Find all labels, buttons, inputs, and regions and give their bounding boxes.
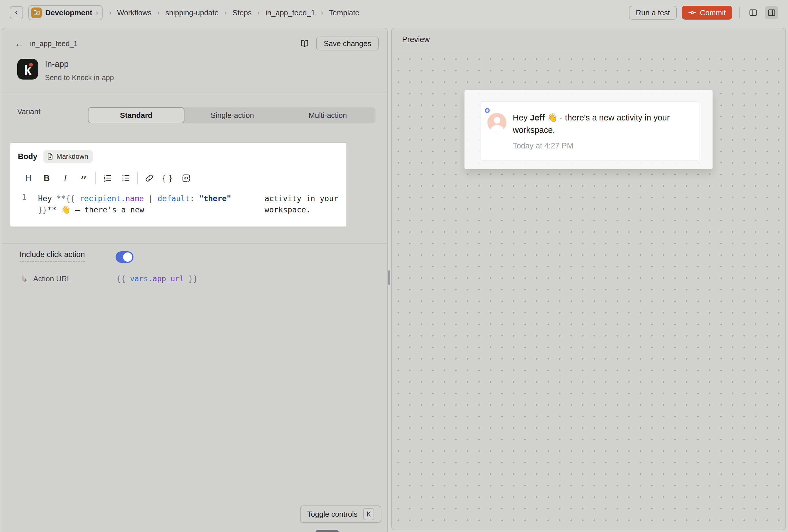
notification-timestamp: Today at 4:27 PM bbox=[513, 141, 573, 151]
message-text: Hey bbox=[513, 113, 530, 122]
line-number: 1 bbox=[11, 193, 38, 215]
preview-header: Preview bbox=[392, 28, 785, 51]
bold-icon[interactable]: B bbox=[38, 174, 56, 183]
variant-option-multi-action[interactable]: Multi-action bbox=[280, 107, 376, 123]
panel-resize-handle[interactable] bbox=[388, 270, 390, 285]
action-url-label: Action URL bbox=[33, 274, 71, 283]
section-divider bbox=[2, 243, 387, 244]
docs-button[interactable] bbox=[298, 37, 312, 51]
breadcrumb-item-in_app_feed_1[interactable]: in_app_feed_1 bbox=[265, 8, 315, 17]
top-bar: ‹ Development › ›Workflows›shipping-upda… bbox=[0, 0, 788, 25]
environment-folder-lock-icon bbox=[31, 7, 42, 18]
save-changes-button[interactable]: Save changes bbox=[316, 37, 379, 51]
code-token: : bbox=[190, 194, 199, 203]
toolbar-divider bbox=[95, 172, 96, 184]
preview-canvas: Hey Jeff 👋 - there's a new activity in y… bbox=[392, 52, 785, 530]
run-a-test-label: Run a test bbox=[636, 8, 670, 17]
editor-header: ← in_app_feed_1 Save changes bbox=[2, 28, 387, 59]
step-name: in_app_feed_1 bbox=[30, 39, 78, 48]
code-token: Hey bbox=[38, 194, 57, 203]
environment-chevron-icon: › bbox=[96, 8, 98, 17]
include-click-action-label: Include click action bbox=[20, 250, 85, 262]
variant-option-standard[interactable]: Standard bbox=[88, 107, 184, 123]
breadcrumb-item-Workflows[interactable]: Workflows bbox=[117, 8, 151, 17]
variant-label: Variant bbox=[17, 107, 40, 116]
channel-header: k In-app Send to Knock in-app bbox=[2, 59, 387, 82]
avatar bbox=[487, 113, 507, 132]
code-token: | bbox=[144, 194, 158, 203]
code-token: 👋 – there's a new bbox=[57, 205, 144, 214]
code-token: "there" bbox=[199, 194, 231, 203]
toggle-knob bbox=[123, 253, 132, 262]
action-url-value[interactable]: {{ vars.app_url }} bbox=[116, 274, 198, 283]
panel-right-icon bbox=[767, 8, 776, 17]
back-chevron-icon: ‹ bbox=[15, 7, 18, 17]
code-token: app_url bbox=[153, 274, 184, 283]
code-token: {{ bbox=[116, 274, 130, 283]
click-action-row: Include click action bbox=[20, 250, 85, 262]
breadcrumb-separator: › bbox=[224, 8, 227, 17]
panel-left-icon bbox=[749, 8, 757, 17]
bullet-list-icon[interactable] bbox=[116, 174, 135, 182]
back-button[interactable]: ‹ bbox=[10, 6, 23, 19]
variant-row: Variant StandardSingle-actionMulti-actio… bbox=[2, 107, 387, 116]
italic-icon[interactable]: I bbox=[56, 174, 74, 183]
include-click-action-toggle[interactable] bbox=[116, 251, 134, 263]
breadcrumb-separator: › bbox=[257, 8, 260, 17]
breadcrumb: ›Workflows›shipping-update›Steps›in_app_… bbox=[109, 8, 359, 17]
code-token: **{{ bbox=[57, 194, 80, 203]
toolbar-divider bbox=[137, 172, 138, 184]
code-token: vars. bbox=[130, 274, 153, 283]
code-token: }} bbox=[184, 274, 198, 283]
variant-option-single-action[interactable]: Single-action bbox=[184, 107, 280, 123]
breadcrumb-item-Template[interactable]: Template bbox=[329, 8, 359, 17]
notification-card[interactable]: Hey Jeff 👋 - there's a new activity in y… bbox=[481, 101, 699, 160]
variant-segmented-control: StandardSingle-actionMulti-action bbox=[88, 107, 376, 123]
code-token: ** bbox=[47, 205, 57, 214]
bottom-toast-peek bbox=[315, 530, 339, 532]
topbar-actions: Run a test Commit bbox=[629, 6, 778, 20]
knock-logo-dot bbox=[29, 63, 33, 66]
body-code-editor[interactable]: 1Hey **{{ recipient.name | default: "the… bbox=[11, 185, 347, 215]
link-icon[interactable] bbox=[140, 174, 159, 182]
body-label: Body bbox=[18, 152, 38, 161]
open-book-icon bbox=[300, 39, 309, 48]
editor-back-arrow-icon[interactable]: ← bbox=[15, 38, 26, 49]
code-line: activity in your workspace. bbox=[237, 193, 341, 215]
keyboard-shortcut-badge: K bbox=[363, 508, 374, 520]
toggle-left-panel-button[interactable] bbox=[747, 6, 760, 19]
ordered-list-icon[interactable] bbox=[98, 174, 116, 182]
topbar-divider bbox=[739, 7, 740, 18]
breadcrumb-item-Steps[interactable]: Steps bbox=[233, 8, 252, 17]
toggle-right-panel-button[interactable] bbox=[765, 6, 778, 19]
variable-braces-icon[interactable]: { } bbox=[159, 174, 177, 183]
save-changes-label: Save changes bbox=[324, 39, 371, 48]
recipient-name: Jeff bbox=[530, 113, 545, 122]
toggle-controls-button[interactable]: Toggle controls K bbox=[300, 506, 381, 523]
toggle-controls-label: Toggle controls bbox=[307, 510, 358, 519]
action-url-row: ↳ Action URL {{ vars.app_url }} bbox=[21, 274, 71, 284]
format-badge[interactable]: Markdown bbox=[43, 150, 93, 163]
heading-icon[interactable]: H bbox=[19, 173, 38, 183]
section-divider bbox=[2, 93, 387, 93]
breadcrumb-separator: › bbox=[321, 8, 323, 17]
breadcrumb-item-shipping-update[interactable]: shipping-update bbox=[165, 8, 219, 17]
preview-title: Preview bbox=[402, 35, 430, 44]
notification-message: Hey Jeff 👋 - there's a new activity in y… bbox=[513, 112, 686, 136]
environment-switcher[interactable]: Development › bbox=[28, 5, 103, 20]
line-number bbox=[237, 193, 264, 215]
body-editor-card: Body Markdown H B I ” bbox=[10, 142, 347, 227]
avatar-person-icon bbox=[494, 117, 500, 124]
blockquote-icon[interactable]: ” bbox=[74, 172, 93, 184]
code-token: activity in your workspace. bbox=[264, 194, 343, 214]
environment-label: Development bbox=[45, 8, 92, 17]
code-block-icon[interactable] bbox=[177, 174, 195, 183]
knock-logo: k bbox=[17, 59, 38, 80]
feed-popover: Hey Jeff 👋 - there's a new activity in y… bbox=[464, 90, 713, 169]
corner-arrow-icon: ↳ bbox=[21, 274, 28, 284]
commit-button[interactable]: Commit bbox=[682, 6, 732, 20]
run-a-test-button[interactable]: Run a test bbox=[629, 6, 677, 20]
code-token: recipient. bbox=[80, 194, 126, 203]
unread-indicator-dot bbox=[485, 108, 490, 113]
template-editor-panel: ← in_app_feed_1 Save changes k In-app Se… bbox=[2, 28, 388, 532]
